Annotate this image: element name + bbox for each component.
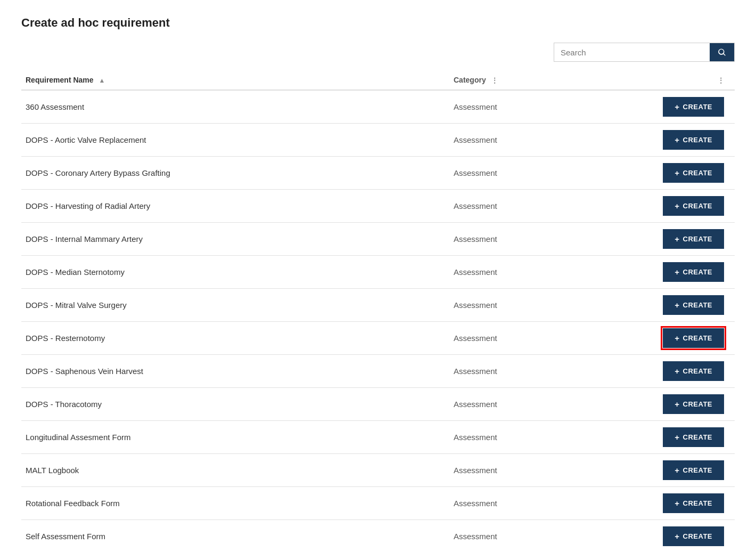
search-icon [717,47,727,57]
cell-category: Assessment [449,223,628,256]
table-row: DOPS - Coronary Artery Bypass GraftingAs… [21,157,735,190]
create-button[interactable]: + CREATE [663,328,724,348]
table-row: DOPS - Mitral Valve SurgeryAssessment+ C… [21,289,735,322]
search-wrapper [554,43,735,62]
cell-action: + CREATE [628,388,735,421]
plus-icon: + [675,499,679,508]
requirements-table: Requirement Name ▲ Category ⋮ ⋮ 360 Asse… [21,70,735,552]
cell-action: + CREATE [628,256,735,289]
cell-requirement-name: DOPS - Resternotomy [21,322,449,355]
table-row: Longitudinal Assesment FormAssessment+ C… [21,421,735,454]
create-button[interactable]: + CREATE [663,262,724,282]
cell-action: + CREATE [628,322,735,355]
cell-requirement-name: DOPS - Mitral Valve Surgery [21,289,449,322]
plus-icon: + [675,135,679,144]
table-row: DOPS - Harvesting of Radial ArteryAssess… [21,190,735,223]
create-button[interactable]: + CREATE [663,97,724,117]
cell-category: Assessment [449,520,628,553]
table-row: Rotational Feedback FormAssessment+ CREA… [21,487,735,520]
table-row: DOPS - ResternotomyAssessment+ CREATE [21,322,735,355]
cell-action: + CREATE [628,124,735,157]
plus-icon: + [675,267,679,277]
plus-icon: + [675,367,679,376]
search-button[interactable] [710,43,734,61]
cell-category: Assessment [449,256,628,289]
cell-category: Assessment [449,190,628,223]
cell-requirement-name: Rotational Feedback Form [21,487,449,520]
plus-icon: + [675,168,679,177]
sort-icon-name: ▲ [98,77,105,84]
create-button[interactable]: + CREATE [663,196,724,216]
cell-action: + CREATE [628,157,735,190]
cell-category: Assessment [449,90,628,124]
cell-category: Assessment [449,487,628,520]
sort-icon-category: ⋮ [491,77,498,84]
plus-icon: + [675,201,679,210]
table-row: DOPS - Saphenous Vein HarvestAssessment+… [21,355,735,388]
sort-icon-action: ⋮ [718,77,724,84]
plus-icon: + [675,532,679,541]
plus-icon: + [675,234,679,243]
cell-action: + CREATE [628,487,735,520]
cell-requirement-name: MALT Logbook [21,454,449,487]
plus-icon: + [675,102,679,111]
create-button[interactable]: + CREATE [663,493,724,513]
cell-category: Assessment [449,388,628,421]
table-row: MALT LogbookAssessment+ CREATE [21,454,735,487]
cell-requirement-name: 360 Assessment [21,90,449,124]
cell-requirement-name: DOPS - Thoracotomy [21,388,449,421]
create-button[interactable]: + CREATE [663,394,724,414]
create-button[interactable]: + CREATE [663,163,724,183]
plus-icon: + [675,400,679,409]
table-row: DOPS - Internal Mammary ArteryAssessment… [21,223,735,256]
cell-category: Assessment [449,421,628,454]
col-header-category: Category ⋮ [449,70,628,90]
create-button[interactable]: + CREATE [663,427,724,447]
cell-action: + CREATE [628,90,735,124]
col-header-action: ⋮ [628,70,735,90]
cell-requirement-name: DOPS - Internal Mammary Artery [21,223,449,256]
cell-requirement-name: DOPS - Aortic Valve Replacement [21,124,449,157]
search-bar [21,43,735,62]
cell-action: + CREATE [628,190,735,223]
create-button[interactable]: + CREATE [663,229,724,249]
table-row: Self Assessment FormAssessment+ CREATE [21,520,735,553]
plus-icon: + [675,301,679,310]
cell-requirement-name: Longitudinal Assesment Form [21,421,449,454]
search-input[interactable] [554,44,710,61]
col-header-name: Requirement Name ▲ [21,70,449,90]
table-row: DOPS - ThoracotomyAssessment+ CREATE [21,388,735,421]
table-row: DOPS - Median SternotomyAssessment+ CREA… [21,256,735,289]
cell-requirement-name: DOPS - Saphenous Vein Harvest [21,355,449,388]
cell-category: Assessment [449,289,628,322]
cell-category: Assessment [449,124,628,157]
table-header-row: Requirement Name ▲ Category ⋮ ⋮ [21,70,735,90]
cell-action: + CREATE [628,421,735,454]
create-button[interactable]: + CREATE [663,526,724,546]
cell-category: Assessment [449,454,628,487]
cell-action: + CREATE [628,223,735,256]
page-title: Create ad hoc requirement [21,16,735,30]
cell-requirement-name: DOPS - Median Sternotomy [21,256,449,289]
cell-category: Assessment [449,322,628,355]
cell-action: + CREATE [628,520,735,553]
create-button[interactable]: + CREATE [663,295,724,315]
cell-requirement-name: DOPS - Harvesting of Radial Artery [21,190,449,223]
table-row: 360 AssessmentAssessment+ CREATE [21,90,735,124]
cell-requirement-name: Self Assessment Form [21,520,449,553]
create-button[interactable]: + CREATE [663,130,724,150]
plus-icon: + [675,433,679,442]
create-button[interactable]: + CREATE [663,361,724,381]
cell-action: + CREATE [628,355,735,388]
table-row: DOPS - Aortic Valve ReplacementAssessmen… [21,124,735,157]
plus-icon: + [675,334,679,343]
cell-category: Assessment [449,355,628,388]
create-button[interactable]: + CREATE [663,460,724,480]
cell-category: Assessment [449,157,628,190]
cell-requirement-name: DOPS - Coronary Artery Bypass Grafting [21,157,449,190]
cell-action: + CREATE [628,454,735,487]
plus-icon: + [675,466,679,475]
cell-action: + CREATE [628,289,735,322]
